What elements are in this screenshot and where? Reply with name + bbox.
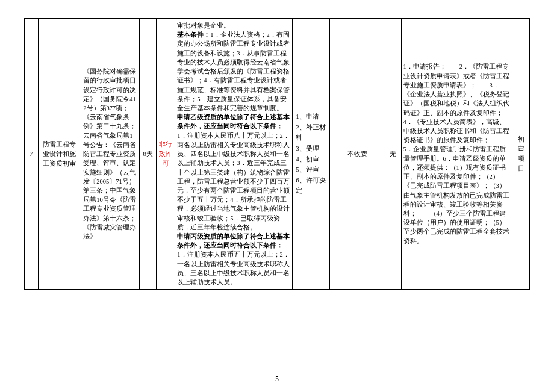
cell-materials: 1．申请报告； 2．《防雷工程专业设计资质申请表》或者《防雷工程专业施工资质申请… bbox=[401, 19, 512, 290]
cell-procedure: 1、申请 2、补正材料 3、受理 4、初审 5、评审 6、许可决定 bbox=[293, 19, 330, 290]
cond-bing: 1．注册资本人民币五十万元以上；2．一名以上防雷相关专业高级技术职称人员、三名以… bbox=[177, 251, 290, 285]
cell-item-name: 防雷工程专业设计和施工资质初审 bbox=[38, 19, 81, 290]
cell-conditions: 审批对象是企业。 基本条件：1．企业法人资格；2．有固定的办公场所和防雷工程专业… bbox=[175, 19, 293, 290]
cond-basic-label: 基本条件： bbox=[177, 31, 210, 38]
procedure-step: 2、补正材料 bbox=[296, 122, 328, 143]
procedure-step: 3、受理 bbox=[296, 143, 328, 154]
cond-intro: 审批对象是企业。 bbox=[177, 22, 230, 29]
cond-bing-label: 申请丙级资质的单位除了符合上述基本条件外，还应当同时符合以下条件： bbox=[177, 233, 290, 249]
table-row: 7 防雷工程专业设计和施工资质初审 《国务院对确需保留的行政审批项目设定行政许可… bbox=[25, 19, 530, 290]
page-number: - 5 - bbox=[0, 375, 554, 384]
cond-yi-label: 申请乙级资质的单位除了符合上述基本条件外，还应当同时符合以下条件： bbox=[177, 114, 290, 129]
cell-index: 7 bbox=[25, 19, 39, 290]
cell-fee-basis: 无 bbox=[385, 19, 401, 290]
approval-items-table: 7 防雷工程专业设计和施工资质初审 《国务院对确需保留的行政审批项目设定行政许可… bbox=[24, 18, 530, 290]
cell-type: 非行政许可 bbox=[157, 19, 175, 290]
procedure-step: 6、许可决定 bbox=[296, 175, 328, 196]
cell-basis: 《国务院对确需保留的行政审批项目设定行政许可的决定》（国务院令412号）第377… bbox=[81, 19, 139, 290]
cond-yi: 1．注册资本人民币八十万元以上；2．两名以上防雷相关专业高级技术职称人员、四名以… bbox=[177, 132, 290, 231]
procedure-step: 5、评审 bbox=[296, 164, 328, 175]
cell-time-limit: 8天 bbox=[139, 19, 157, 290]
cond-basic: 1．企业法人资格；2．有固定的办公场所和防雷工程专业设计或者施工的设备和设施；3… bbox=[177, 31, 290, 111]
procedure-step: 4、初审 bbox=[296, 154, 328, 165]
cell-remark: 初审项目 bbox=[512, 19, 530, 290]
procedure-step: 1、申请 bbox=[296, 111, 328, 122]
cell-fee: 不收费 bbox=[329, 19, 385, 290]
